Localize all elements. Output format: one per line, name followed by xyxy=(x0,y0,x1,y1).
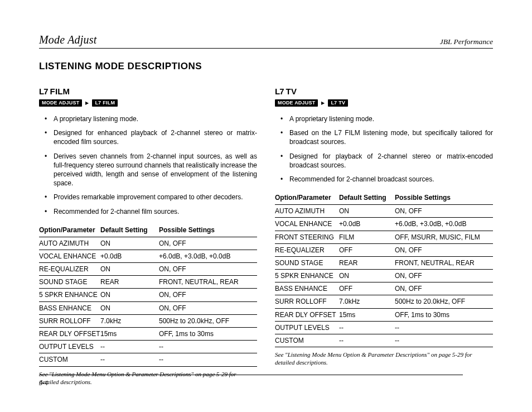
cell-option: OUTPUT LEVELS xyxy=(275,323,339,332)
cell-option: CUSTOM xyxy=(39,355,100,364)
cell-option: BASS ENHANCE xyxy=(39,304,100,313)
cell-default: ON xyxy=(100,239,159,248)
running-head-left: Mode Adjust xyxy=(39,33,97,46)
th-option: Option/Parameter xyxy=(39,226,100,234)
bullets-film: A proprietary listening mode.Designed fo… xyxy=(39,114,257,216)
cell-possible: -- xyxy=(159,342,257,351)
table-row: RE-EQUALIZERONON, OFF xyxy=(39,263,257,276)
cell-possible: ON, OFF xyxy=(159,290,257,299)
list-item: Recommended for 2-channel broadcast sour… xyxy=(289,175,493,184)
cell-default: 15ms xyxy=(339,310,395,319)
table-row: REAR DLY OFFSET15msOFF, 1ms to 30ms xyxy=(39,328,257,341)
table-row: OUTPUT LEVELS---- xyxy=(39,341,257,353)
cell-option: REAR DLY OFFSET xyxy=(39,329,100,338)
cell-default: ON xyxy=(100,290,159,299)
cell-option: AUTO AZIMUTH xyxy=(275,207,339,215)
table-row: 5 SPKR ENHANCEONON, OFF xyxy=(275,270,493,282)
cell-option: VOCAL ENHANCE xyxy=(39,252,100,261)
page: Mode Adjust JBL Performance LISTENING MO… xyxy=(0,0,532,412)
cell-default: +0.0dB xyxy=(100,252,159,261)
cell-possible: -- xyxy=(395,336,493,345)
cell-option: FRONT STEERING xyxy=(275,233,339,242)
cell-default: OFF xyxy=(339,246,395,255)
cell-option: AUTO AZIMUTH xyxy=(39,239,100,248)
breadcrumb-tv: MODE ADJUST ▶ L7 TV xyxy=(275,99,493,107)
cell-possible: ON, OFF xyxy=(159,265,257,274)
section-title: LISTENING MODE DESCRIPTIONS xyxy=(39,61,493,72)
columns: L7 FILM MODE ADJUST ▶ L7 FILM A propriet… xyxy=(39,87,493,386)
table-row: AUTO AZIMUTHONON, OFF xyxy=(39,237,257,250)
breadcrumb-film: MODE ADJUST ▶ L7 FILM xyxy=(39,99,257,107)
cell-default: OFF xyxy=(339,284,395,293)
bullets-tv: A proprietary listening mode.Based on th… xyxy=(275,114,493,184)
caption-film: See "Listening Mode Menu Option & Parame… xyxy=(39,370,257,386)
table-row: AUTO AZIMUTHONON, OFF xyxy=(275,205,493,218)
cell-default: +0.0dB xyxy=(339,219,395,228)
th-default: Default Setting xyxy=(100,226,159,234)
th-possible: Possible Settings xyxy=(159,226,257,234)
cell-default: REAR xyxy=(100,277,159,286)
breadcrumb-target-badge: L7 TV xyxy=(328,99,348,107)
cell-possible: 500Hz to 20.0kHz, OFF xyxy=(395,297,493,306)
mode-title-film: L7 FILM xyxy=(39,87,257,96)
cell-option: 5 SPKR ENHANCE xyxy=(275,271,339,280)
breadcrumb-mode-adjust-badge: MODE ADJUST xyxy=(39,99,82,107)
table-row: SURR ROLLOFF7.0kHz500Hz to 20.0kHz, OFF xyxy=(275,295,493,308)
cell-possible: ON, OFF xyxy=(395,284,493,293)
cell-default: 7.0kHz xyxy=(339,297,395,306)
cell-option: BASS ENHANCE xyxy=(275,284,339,293)
table-film: AUTO AZIMUTHONON, OFFVOCAL ENHANCE+0.0dB… xyxy=(39,237,257,367)
cell-possible: +6.0dB, +3.0dB, +0.0dB xyxy=(159,252,257,261)
caption-tv: See "Listening Mode Menu Option & Parame… xyxy=(275,351,493,367)
th-possible: Possible Settings xyxy=(395,194,493,202)
cell-possible: ON, OFF xyxy=(159,304,257,313)
breadcrumb-mode-adjust-label: MODE ADJUST xyxy=(278,100,315,106)
cell-option: VOCAL ENHANCE xyxy=(275,219,339,228)
running-head: Mode Adjust JBL Performance xyxy=(39,33,493,49)
cell-default: 15ms xyxy=(100,329,159,338)
cell-default: ON xyxy=(339,271,395,280)
breadcrumb-target-tv-label: TV xyxy=(338,100,345,106)
table-row: REAR DLY OFFSET15msOFF, 1ms to 30ms xyxy=(275,309,493,322)
list-item: Derives seven channels from 2-channel in… xyxy=(54,152,257,188)
breadcrumb-mode-adjust-label: MODE ADJUST xyxy=(42,100,79,106)
cell-default: ON xyxy=(339,207,395,215)
cell-option: SOUND STAGE xyxy=(275,258,339,267)
cell-possible: FRONT, NEUTRAL, REAR xyxy=(159,277,257,286)
table-row: 5 SPKR ENHANCEONON, OFF xyxy=(39,289,257,301)
cell-possible: -- xyxy=(159,355,257,364)
cell-option: CUSTOM xyxy=(275,336,339,345)
table-row: BASS ENHANCEONON, OFF xyxy=(39,302,257,315)
th-option: Option/Parameter xyxy=(275,194,339,202)
list-item: A proprietary listening mode. xyxy=(54,114,257,123)
cell-possible: ON, OFF xyxy=(395,207,493,215)
cell-possible: ON, OFF xyxy=(395,271,493,280)
th-default: Default Setting xyxy=(339,194,395,202)
table-tv: AUTO AZIMUTHONON, OFFVOCAL ENHANCE+0.0dB… xyxy=(275,204,493,347)
breadcrumb-arrow-icon: ▶ xyxy=(85,101,89,106)
cell-default: FILM xyxy=(339,233,395,242)
column-tv: L7 TV MODE ADJUST ▶ L7 TV A proprietary … xyxy=(275,87,493,386)
table-row: RE-EQUALIZEROFFON, OFF xyxy=(275,244,493,257)
breadcrumb-arrow-icon: ▶ xyxy=(321,101,325,106)
list-item: Provides remarkable improvement compared… xyxy=(54,193,257,202)
table-headers-tv: Option/Parameter Default Setting Possibl… xyxy=(275,191,493,203)
l7-icon: L7 xyxy=(39,87,48,96)
mode-title-tv-label: TV xyxy=(286,87,297,96)
list-item: Designed for playback of 2-channel stere… xyxy=(289,152,493,170)
cell-possible: 500Hz to 20.0kHz, OFF xyxy=(159,317,257,325)
breadcrumb-target-film-label: FILM xyxy=(103,100,115,106)
cell-option: REAR DLY OFFSET xyxy=(275,310,339,319)
table-headers-film: Option/Parameter Default Setting Possibl… xyxy=(39,224,257,236)
table-row: VOCAL ENHANCE+0.0dB+6.0dB, +3.0dB, +0.0d… xyxy=(275,218,493,231)
cell-default: ON xyxy=(100,265,159,274)
cell-default: 7.0kHz xyxy=(100,317,159,325)
cell-possible: OFF, MSURR, MUSIC, FILM xyxy=(395,233,493,242)
cell-possible: OFF, 1ms to 30ms xyxy=(395,310,493,319)
running-head-right: JBL Performance xyxy=(440,37,493,46)
cell-possible: ON, OFF xyxy=(395,246,493,255)
mode-title-tv: L7 TV xyxy=(275,87,493,96)
list-item: Based on the L7 FILM listening mode, but… xyxy=(289,128,493,146)
cell-possible: FRONT, NEUTRAL, REAR xyxy=(395,258,493,267)
cell-option: 5 SPKR ENHANCE xyxy=(39,290,100,299)
